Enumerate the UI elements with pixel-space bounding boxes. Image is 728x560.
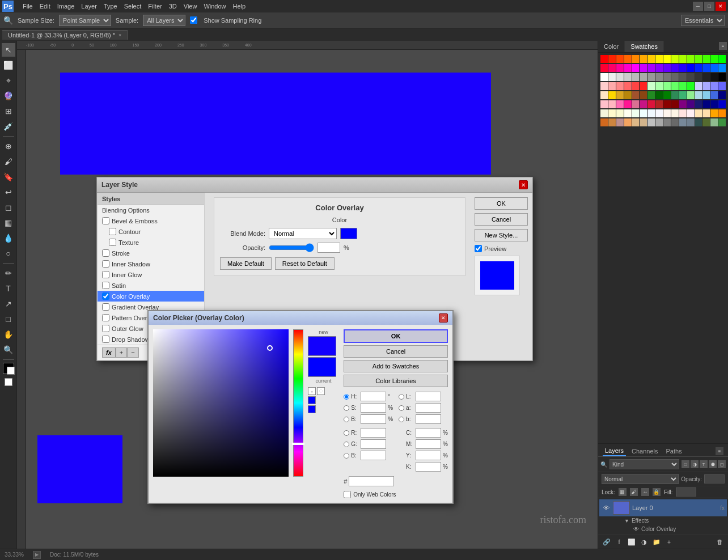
color-swatch[interactable] [600, 55, 608, 63]
lock-all-button[interactable]: 🔒 [653, 488, 661, 496]
color-swatch[interactable] [687, 118, 695, 126]
color-swatch[interactable] [695, 109, 702, 117]
effects-item[interactable]: ▼ Effects [622, 516, 727, 525]
color-swatch[interactable] [695, 73, 702, 81]
color-swatch[interactable] [632, 55, 640, 63]
color-swatch[interactable] [718, 109, 726, 117]
color-swatch[interactable] [710, 82, 718, 90]
color-swatch[interactable] [624, 118, 632, 126]
color-swatch[interactable] [640, 118, 647, 126]
channels-tab[interactable]: Channels [629, 447, 660, 456]
k-input[interactable]: 0 [416, 462, 441, 472]
menu-layer[interactable]: Layer [81, 3, 97, 10]
color-swatch[interactable] [616, 100, 624, 108]
color-swatch[interactable] [640, 91, 647, 99]
layer-shape-icon[interactable]: ⬟ [709, 460, 717, 468]
crop-tool[interactable]: ⊞ [2, 104, 15, 118]
color-swatch[interactable] [624, 82, 632, 90]
color-swatch[interactable] [671, 82, 679, 90]
new-style-button[interactable]: New Style... [475, 229, 528, 241]
color-swatch[interactable] [608, 109, 616, 117]
color-swatch[interactable] [663, 91, 671, 99]
healing-tool[interactable]: ⊕ [2, 139, 15, 153]
g-radio[interactable] [344, 442, 349, 447]
paths-tab[interactable]: Paths [664, 447, 684, 456]
bval-radio[interactable] [344, 453, 349, 459]
color-swatch[interactable] [655, 100, 663, 108]
color-swatch[interactable] [624, 91, 632, 99]
color-swatch[interactable] [632, 118, 640, 126]
color-swatch[interactable] [702, 73, 710, 81]
menu-window[interactable]: Window [204, 3, 226, 10]
option-texture[interactable]: Texture [98, 237, 204, 248]
blab-radio[interactable] [399, 417, 404, 422]
color-swatch[interactable] [679, 118, 687, 126]
color-swatch[interactable] [710, 100, 718, 108]
color-swatch[interactable] [655, 118, 663, 126]
color-swatch[interactable] [616, 82, 624, 90]
color-picker-close-button[interactable]: ✕ [439, 313, 448, 323]
color-swatch[interactable] [640, 82, 647, 90]
bval-input[interactable]: 253 [361, 451, 386, 460]
color-swatch[interactable] [600, 82, 608, 90]
color-swatch[interactable] [608, 55, 616, 63]
menu-file[interactable]: File [23, 3, 33, 10]
tab-close-button[interactable]: × [118, 32, 121, 38]
layer-adj-icon[interactable]: ◑ [691, 460, 699, 468]
marquee-tool[interactable]: ⬜ [2, 58, 15, 72]
color-swatch[interactable] [695, 64, 702, 72]
web-safe-icon[interactable]: ● [308, 387, 316, 395]
pen-tool[interactable]: ✏ [2, 266, 15, 280]
color-swatch[interactable] [710, 109, 718, 117]
color-swatch[interactable] [624, 100, 632, 108]
color-swatch[interactable] [616, 64, 624, 72]
sample-select[interactable]: All Layers [143, 15, 185, 26]
option-inner-shadow[interactable]: Inner Shadow [98, 258, 204, 269]
menu-3d[interactable]: 3D [169, 3, 177, 10]
s-input[interactable]: 100 [361, 403, 386, 413]
add-group-button[interactable]: 📁 [651, 537, 662, 547]
color-swatch[interactable] [600, 109, 608, 117]
color-swatch[interactable] [640, 73, 647, 81]
out-of-gamut-icon[interactable]: ⬡ [317, 387, 325, 395]
layer-type-icon[interactable]: T [700, 460, 708, 468]
layers-panel-menu[interactable]: ≡ [716, 447, 723, 455]
minimize-button[interactable]: ─ [693, 2, 703, 11]
layer-item[interactable]: 👁 Layer 0 fx [599, 499, 727, 516]
color-swatch[interactable] [632, 109, 640, 117]
color-swatch[interactable] [600, 91, 608, 99]
a-input[interactable]: 68 [416, 403, 441, 413]
color-swatch[interactable] [679, 82, 687, 90]
option-bevel[interactable]: Bevel & Emboss [98, 215, 204, 226]
color-swatch[interactable] [710, 91, 718, 99]
layer-blend-mode-select[interactable]: Normal [602, 474, 679, 484]
color-swatch[interactable] [718, 82, 726, 90]
lock-transparent-button[interactable]: ▦ [619, 488, 627, 496]
color-swatch[interactable] [616, 118, 624, 126]
color-swatch[interactable] [695, 82, 702, 90]
eraser-tool[interactable]: ◻ [2, 201, 15, 214]
color-swatch[interactable] [702, 91, 710, 99]
canvas-area[interactable]: -100-50050100150200250300350400 Layer St… [17, 41, 598, 549]
background-color-swatch[interactable] [7, 367, 15, 375]
color-swatch[interactable] [647, 118, 655, 126]
color-swatch[interactable] [632, 91, 640, 99]
option-contour-checkbox[interactable] [109, 228, 116, 235]
color-swatch[interactable] [710, 118, 718, 126]
menu-select[interactable]: Select [124, 3, 142, 10]
layer-pixel-icon[interactable]: □ [682, 460, 689, 468]
h-input[interactable]: 244 [361, 392, 386, 401]
opacity-value[interactable]: 100% [704, 474, 725, 483]
gradient-tool[interactable]: ▦ [2, 216, 15, 230]
color-swatch[interactable] [655, 64, 663, 72]
l-radio[interactable] [399, 394, 404, 400]
color-swatch[interactable] [718, 100, 726, 108]
option-drop-shadow-checkbox[interactable] [102, 336, 109, 343]
color-swatch[interactable] [687, 91, 695, 99]
color-swatch[interactable] [647, 55, 655, 63]
cp-cancel-button[interactable]: Cancel [344, 345, 448, 358]
color-swatch[interactable] [663, 64, 671, 72]
layer-visibility-toggle[interactable]: 👁 [602, 503, 611, 512]
add-style-button[interactable]: f [614, 537, 624, 547]
m-input[interactable]: 77 [416, 439, 441, 449]
